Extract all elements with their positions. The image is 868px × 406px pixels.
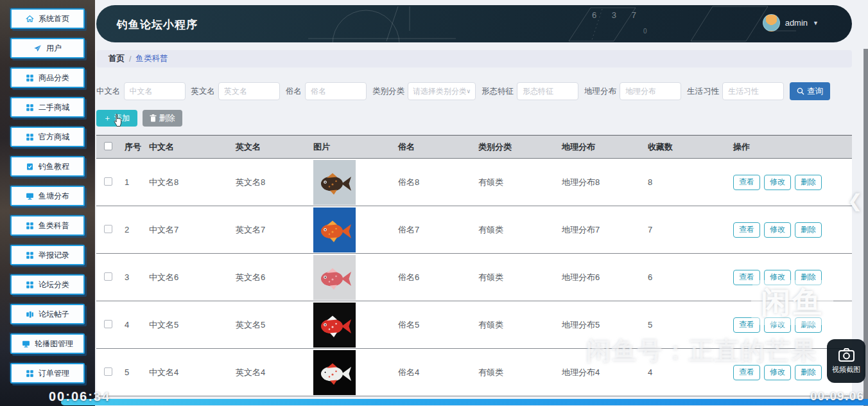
- filter-input-2[interactable]: [218, 82, 280, 100]
- filter-bar: 中文名英文名俗名类别分类请选择类别分类∨形态特征地理分布生活习性查询: [96, 82, 852, 101]
- row-checkbox[interactable]: [104, 225, 112, 233]
- edit-button[interactable]: 修改: [764, 222, 791, 238]
- filter-input-1[interactable]: [124, 82, 186, 100]
- filter-label: 生活习性: [687, 86, 719, 97]
- video-progress-bar[interactable]: [61, 399, 868, 405]
- app-header: 6 3 7 0 钓鱼论坛小程序 admin ▼: [96, 5, 852, 42]
- cell-img: [312, 207, 395, 252]
- filter-label: 英文名: [191, 86, 216, 97]
- cell-actions: 查看修改删除: [716, 222, 852, 238]
- header-cell: 地理分布: [557, 141, 643, 153]
- view-button[interactable]: 查看: [733, 175, 760, 190]
- sidebar-item-12[interactable]: 轮播图管理: [10, 333, 85, 354]
- row-checkbox[interactable]: [104, 177, 112, 186]
- collapse-chevron-icon[interactable]: ❮: [847, 190, 862, 211]
- filter-input-6[interactable]: [620, 82, 681, 100]
- sidebar-item-label: 论坛帖子: [39, 309, 69, 320]
- row-checkbox[interactable]: [104, 320, 112, 328]
- header-cell-checkbox: [96, 142, 119, 152]
- fish-photo-parrot-blue: [313, 207, 356, 252]
- delete-row-button[interactable]: 删除: [795, 222, 822, 238]
- sidebar-item-label: 鱼塘分布: [39, 191, 69, 202]
- sidebar-item-5[interactable]: 官方商城: [10, 127, 85, 147]
- sidebar-item-1[interactable]: 系统首页: [10, 8, 85, 29]
- filter-input-3[interactable]: [305, 82, 367, 100]
- fish-photo-pink: [313, 255, 356, 300]
- video-screenshot-button[interactable]: 视频截图: [827, 339, 865, 383]
- filter-group-6: 地理分布: [584, 82, 681, 100]
- sketch-digits: 6 3 7: [592, 10, 643, 20]
- doc-check-icon: [26, 163, 34, 171]
- cell-seq: 1: [119, 177, 146, 187]
- sidebar-item-2[interactable]: 用户: [10, 38, 85, 58]
- grid-icon: [26, 369, 34, 378]
- search-button[interactable]: 查询: [790, 82, 830, 100]
- delete-row-button[interactable]: 删除: [795, 175, 822, 190]
- app-window: 系统首页用户商品分类二手商城官方商城钓鱼教程鱼塘分布鱼类科普举报记录论坛分类论坛…: [0, 0, 868, 406]
- cell-seq: 5: [119, 367, 146, 377]
- select-all-checkbox[interactable]: [104, 142, 112, 150]
- filter-group-1: 中文名: [96, 82, 186, 100]
- header-cell: 中文名: [146, 141, 233, 153]
- cell-cn: 中文名8: [146, 177, 233, 188]
- breadcrumb-home[interactable]: 首页: [108, 53, 125, 64]
- toolbar: ＋ 添加 删除: [96, 110, 182, 127]
- xianyu-logo-watermark: 闲鱼: [751, 280, 833, 325]
- sidebar-item-label: 论坛分类: [39, 279, 69, 290]
- row-checkbox[interactable]: [104, 367, 112, 376]
- category-select[interactable]: 请选择类别分类∨: [408, 82, 476, 100]
- sidebar-item-label: 钓鱼教程: [39, 161, 69, 172]
- user-name: admin: [785, 18, 808, 28]
- edit-button[interactable]: 修改: [764, 175, 791, 190]
- filter-input-5[interactable]: [517, 82, 578, 100]
- header-cell: 英文名: [233, 141, 312, 153]
- sidebar-item-8[interactable]: 鱼类科普: [10, 215, 85, 236]
- cell-cn: 中文名4: [146, 367, 233, 378]
- sidebar-item-label: 用户: [46, 43, 62, 54]
- view-button[interactable]: 查看: [733, 222, 760, 238]
- cell-alias: 俗名8: [395, 177, 474, 188]
- cell-img: [312, 160, 395, 205]
- filter-group-5: 形态特征: [482, 82, 578, 100]
- breadcrumb-current[interactable]: 鱼类科普: [135, 53, 168, 64]
- camera-icon: [838, 348, 855, 362]
- user-menu[interactable]: admin ▼: [763, 14, 819, 31]
- cell-cat: 有颌类: [474, 272, 557, 283]
- cell-cat: 有颌类: [474, 224, 557, 236]
- add-button[interactable]: ＋ 添加: [96, 110, 137, 127]
- sidebar-item-3[interactable]: 商品分类: [10, 67, 85, 88]
- blueprint-sketch-art: 6 3 7 0: [96, 5, 852, 42]
- sidebar: 系统首页用户商品分类二手商城官方商城钓鱼教程鱼塘分布鱼类科普举报记录论坛分类论坛…: [0, 0, 95, 406]
- cell-geo: 地理分布5: [557, 319, 643, 331]
- search-button-label: 查询: [807, 86, 823, 97]
- delete-button[interactable]: 删除: [143, 110, 182, 127]
- blocks-icon: [26, 310, 34, 319]
- header-cell: 序号: [119, 141, 146, 153]
- header-cell: 操作: [716, 141, 852, 153]
- filter-group-4: 类别分类请选择类别分类∨: [372, 82, 476, 100]
- sidebar-item-7[interactable]: 鱼塘分布: [10, 186, 85, 206]
- avatar: [763, 14, 780, 31]
- filter-label: 类别分类: [372, 86, 404, 97]
- cell-cn: 中文名7: [146, 224, 233, 236]
- fish-photo-oscar: [313, 160, 356, 205]
- header-cell: 收藏数: [643, 141, 716, 153]
- sidebar-item-6[interactable]: 钓鱼教程: [10, 156, 85, 177]
- cell-seq: 2: [119, 225, 146, 234]
- send-icon: [33, 44, 42, 53]
- filter-group-2: 英文名: [191, 82, 281, 100]
- cell-en: 英文名7: [233, 224, 312, 236]
- sidebar-item-9[interactable]: 举报记录: [10, 245, 85, 265]
- filter-label: 中文名: [96, 86, 121, 97]
- sidebar-item-10[interactable]: 论坛分类: [10, 274, 85, 295]
- filter-input-7[interactable]: [722, 82, 784, 100]
- sidebar-item-label: 二手商城: [39, 102, 69, 113]
- sidebar-item-13[interactable]: 订单管理: [10, 363, 85, 384]
- home-icon: [26, 15, 34, 23]
- sidebar-item-4[interactable]: 二手商城: [10, 97, 85, 118]
- chevron-down-icon: ▼: [813, 20, 819, 26]
- sidebar-item-11[interactable]: 论坛帖子: [10, 304, 85, 324]
- cell-geo: 地理分布8: [557, 177, 643, 188]
- search-icon: [797, 87, 804, 95]
- row-checkbox[interactable]: [104, 272, 112, 281]
